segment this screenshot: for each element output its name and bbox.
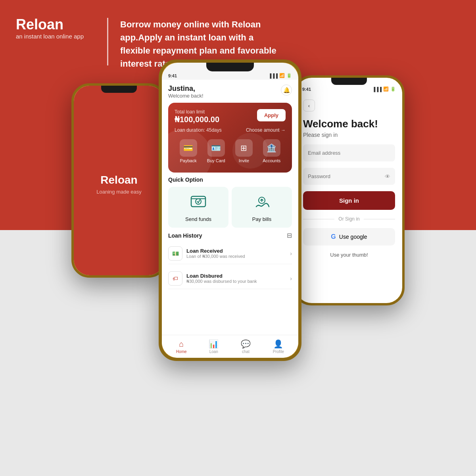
loan-duration: Loan duration: 45days [175, 127, 222, 133]
invite-label: Invite [239, 158, 249, 163]
nav-chat[interactable]: 💬 chat [241, 339, 251, 354]
home-icon: ⌂ [179, 340, 184, 349]
brand-title: Reloan [16, 16, 95, 33]
signin-button[interactable]: Sign in [303, 191, 395, 210]
loan-history-header: Loan History ⊟ [168, 232, 292, 239]
pay-bills-label: Pay bills [252, 216, 271, 222]
action-invite[interactable]: ⊞ Invite [235, 139, 253, 163]
choose-amount[interactable]: Choose amount → [246, 127, 286, 133]
loan-disbured-icon: 🏷 [168, 271, 182, 286]
quick-actions: 💳 Payback 🪪 Buy Card ⊞ Invite 🏦 [175, 136, 286, 166]
or-text: Or Sign in [338, 216, 359, 222]
greeting-welcome: Welcome back! [168, 93, 203, 99]
login-status-icons: ▐▐▐ 📶 🔋 [372, 86, 396, 92]
loan-card: Total loan limit ₦100,000.00 Apply Loan … [168, 103, 292, 173]
eye-icon[interactable]: 👁 [385, 173, 390, 180]
greeting-block: Justina, Welcome back! [168, 84, 203, 99]
quick-options: Send funds Pay bills [168, 187, 292, 228]
email-wrapper [303, 144, 395, 161]
chat-icon: 💬 [241, 339, 251, 349]
svg-point-1 [196, 199, 201, 204]
brand-subtitle: an instant loan online app [16, 33, 95, 40]
divider-right [364, 219, 395, 219]
divider-left [303, 219, 334, 219]
loan-disbured-sub: ₦30,000 was disbursed to your bank [186, 279, 286, 284]
password-wrapper: 👁 [303, 168, 395, 185]
loan-received-info: Loan Received Loan of ₦30,000 was receiv… [186, 248, 286, 259]
action-payback[interactable]: 💳 Payback [180, 139, 197, 163]
bell-icon[interactable]: 🔔 [281, 84, 292, 96]
nav-home-label: Home [176, 349, 187, 354]
phone-main: 9:41 ▐▐▐ 📶 🔋 Justina, Welcome back! 🔔 [159, 60, 301, 361]
svg-rect-0 [191, 196, 205, 207]
loan-icon: 📊 [209, 339, 219, 349]
login-time: 9:41 [302, 87, 311, 92]
loan-disbured-title: Loan Disbured [186, 273, 286, 279]
loan-amount: ₦100,000.00 [175, 115, 219, 124]
loan-disbured-info: Loan Disbured ₦30,000 was disbursed to y… [186, 273, 286, 284]
action-accounts[interactable]: 🏦 Accounts [263, 139, 280, 163]
loan-received-icon: 💵 [168, 246, 182, 261]
loan-received-sub: Loan of ₦30,000 was received [186, 254, 286, 259]
send-funds-label: Send funds [185, 216, 211, 222]
greeting-name: Justina, [168, 84, 203, 93]
accounts-icon: 🏦 [263, 139, 280, 157]
accounts-label: Accounts [263, 158, 280, 163]
status-bar-login: 9:41 ▐▐▐ 📶 🔋 [296, 85, 402, 93]
invite-icon: ⊞ [235, 139, 253, 157]
google-button[interactable]: G Use google [303, 228, 395, 246]
status-time: 9:41 [168, 73, 177, 78]
payback-label: Payback [180, 158, 197, 163]
nav-loan-label: Loan [209, 349, 218, 354]
password-input[interactable] [303, 168, 395, 185]
status-bar-main: 9:41 ▐▐▐ 📶 🔋 [162, 71, 298, 80]
thumb-text[interactable]: Use your thumb! [303, 252, 395, 258]
app-header: Justina, Welcome back! 🔔 [168, 84, 292, 99]
pay-bills-icon [253, 192, 271, 213]
history-item-disbured[interactable]: 🏷 Loan Disbured ₦30,000 was disbursed to… [168, 268, 292, 289]
splash-sub: Loaning made easy [96, 189, 141, 195]
notch-main [206, 63, 254, 71]
bottom-nav: ⌂ Home 📊 Loan 💬 chat 👤 Profile [162, 335, 298, 358]
loan-card-top: Total loan limit ₦100,000.00 Apply [175, 109, 286, 124]
phones-container: Reloan Loaning made easy 9:41 ▐▐▐ 📶 🔋 [0, 60, 476, 361]
google-label: Use google [339, 234, 367, 240]
login-title: Welcome back! [303, 118, 395, 130]
nav-profile[interactable]: 👤 Profile [273, 339, 284, 354]
login-screen: ‹ Welcome back! Please sign in 👁 Sign in… [296, 93, 402, 264]
phone-splash: Reloan Loaning made easy [71, 83, 167, 278]
quick-option-title: Quick Option [168, 177, 292, 183]
buycard-label: Buy Card [207, 158, 225, 163]
payback-icon: 💳 [180, 139, 197, 157]
chevron-disbured: › [290, 275, 292, 282]
filter-icon[interactable]: ⊟ [287, 232, 292, 239]
loan-received-title: Loan Received [186, 248, 286, 254]
send-funds-card[interactable]: Send funds [168, 187, 228, 228]
chevron-received: › [290, 250, 292, 257]
loan-history-title: Loan History [168, 232, 202, 239]
loan-limit-label: Total loan limit [175, 109, 219, 115]
nav-chat-label: chat [242, 349, 250, 354]
buycard-icon: 🪪 [207, 139, 225, 157]
history-item-received[interactable]: 💵 Loan Received Loan of ₦30,000 was rece… [168, 243, 292, 264]
status-icons: ▐▐▐ 📶 🔋 [269, 73, 292, 78]
back-button[interactable]: ‹ [303, 100, 315, 111]
email-input[interactable] [303, 144, 395, 161]
action-buycard[interactable]: 🪪 Buy Card [207, 139, 225, 163]
pay-bills-card[interactable]: Pay bills [232, 187, 292, 228]
app-screen: Justina, Welcome back! 🔔 Total loan limi… [162, 80, 298, 355]
nav-home[interactable]: ⌂ Home [176, 340, 187, 354]
nav-profile-label: Profile [273, 349, 284, 354]
brand-block: Reloan an instant loan online app [16, 16, 95, 40]
loan-info: Total loan limit ₦100,000.00 [175, 109, 219, 124]
notch-splash [101, 86, 137, 93]
nav-loan[interactable]: 📊 Loan [209, 339, 219, 354]
apply-button[interactable]: Apply [257, 109, 286, 121]
splash-logo: Reloan [100, 174, 137, 186]
loan-card-bottom: Loan duration: 45days Choose amount → [175, 127, 286, 133]
login-subtitle: Please sign in [303, 132, 395, 138]
profile-icon: 👤 [273, 339, 283, 349]
send-funds-icon [190, 192, 207, 213]
google-logo: G [331, 233, 336, 240]
phone-login: 9:41 ▐▐▐ 📶 🔋 ‹ Welcome back! Please sign… [294, 75, 405, 305]
